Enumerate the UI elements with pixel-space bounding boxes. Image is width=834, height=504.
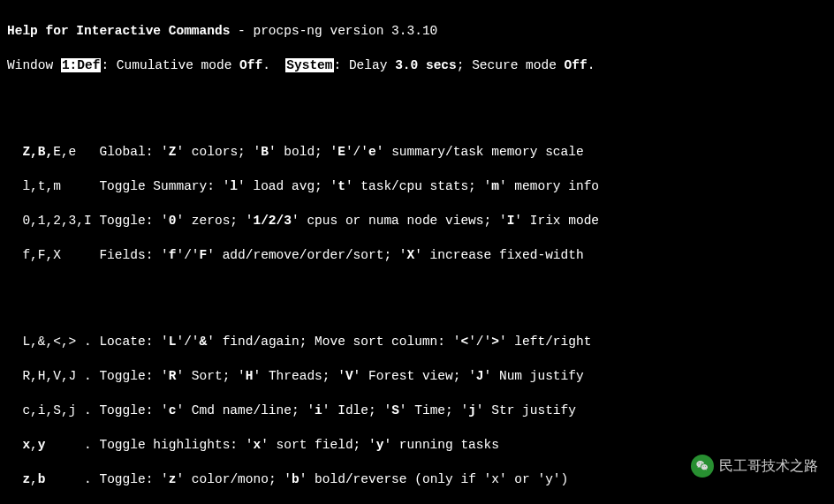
version-text: procps-ng version 3.3.10 (253, 24, 437, 38)
help-row: c,i,S,j . Toggle: 'c' Cmd name/line; 'i'… (7, 402, 827, 420)
help-row: L,&,<,> . Locate: 'L'/'&' find/again; Mo… (7, 334, 827, 351)
delay-value: 3.0 (395, 58, 418, 72)
secure-mode-state: Off (565, 58, 588, 72)
help-row: z,b . Toggle: 'z' color/mono; 'b' bold/r… (7, 471, 827, 489)
help-row: l,t,m Toggle Summary: 'l' load avg; 't' … (7, 178, 827, 196)
subheader-line: Window 1:Def: Cumulative mode Off. Syste… (7, 57, 827, 75)
help-row: 0,1,2,3,I Toggle: '0' zeros; '1/2/3' cpu… (7, 213, 827, 230)
help-row: x,y . Toggle highlights: 'x' sort field;… (7, 437, 827, 455)
window-id: 1:Def (61, 58, 102, 72)
help-title: Help for Interactive Commands (7, 24, 230, 38)
help-row: Z,B,E,e Global: 'Z' colors; 'B' bold; 'E… (7, 144, 827, 162)
terminal-help-screen: Help for Interactive Commands - procps-n… (7, 5, 827, 504)
help-row: R,H,V,J . Toggle: 'R' Sort; 'H' Threads;… (7, 368, 827, 386)
help-row: f,F,X Fields: 'f'/'F' add/remove/order/s… (7, 247, 827, 265)
blank-line (7, 282, 827, 299)
blank-line (7, 92, 827, 109)
header-line: Help for Interactive Commands - procps-n… (7, 23, 827, 41)
system-label: System (285, 58, 333, 72)
cumulative-mode-state: Off (239, 58, 262, 72)
